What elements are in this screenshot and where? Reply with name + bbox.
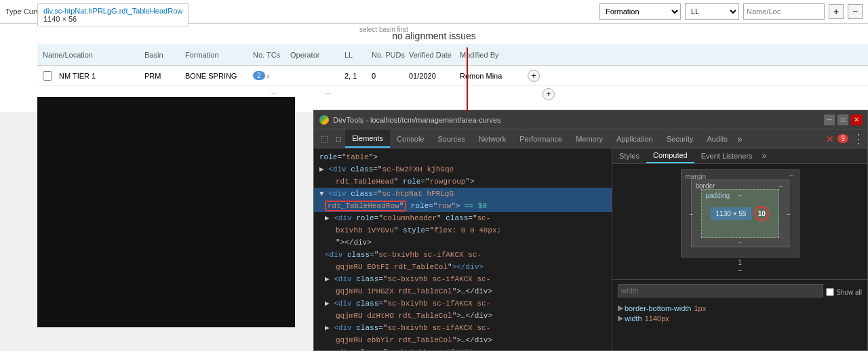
maximize-button[interactable]: □: [837, 115, 848, 125]
css-prop-width[interactable]: ▶ width 1140px: [618, 313, 862, 323]
code-line-12: gqjmRU iPHGZX rdt_TableCol">…</div>: [314, 285, 612, 297]
row-puds: 0: [372, 72, 409, 80]
col-header-verified: Verified Date: [409, 51, 460, 59]
margin-dash: –: [789, 171, 793, 179]
tcs-arrow: ›: [267, 72, 270, 80]
code-line-3: rdt_TableHead" role="rowgroup">: [314, 176, 612, 188]
right-panel: Styles Computed Event Listeners » margin…: [612, 148, 867, 350]
error-icon: ✕: [826, 133, 834, 144]
row-checkbox[interactable]: [43, 71, 59, 81]
tab-audits[interactable]: Audits: [700, 129, 734, 148]
tab-memory[interactable]: Memory: [569, 129, 610, 148]
code-line-11[interactable]: ▶ <div class="sc-bxivhb sc-ifAKCX sc-: [314, 273, 612, 285]
col-header-operator: Operator: [290, 51, 344, 59]
row-add-btn[interactable]: +: [528, 70, 544, 82]
border-dash: –: [779, 182, 783, 190]
tab-console[interactable]: Console: [390, 129, 431, 148]
prop-val-2: 1140px: [645, 314, 669, 323]
code-line-10: gqjmRU EOtFI rdt_TableCol"></div>: [314, 261, 612, 273]
row-name: NM TIER 1: [59, 72, 144, 80]
table-header: Name/Location Basin Formation No. TCs Op…: [37, 44, 868, 66]
padding-right: –: [787, 210, 791, 218]
tab-sources[interactable]: Sources: [431, 129, 471, 148]
col-header-puds: No. PUDs: [372, 51, 409, 59]
chrome-favicon: [319, 115, 329, 125]
right-tabs: Styles Computed Event Listeners »: [612, 148, 867, 164]
css-filter-input[interactable]: [618, 284, 823, 297]
code-line-5[interactable]: rdt_TableHeadRow" role="row"> == $0: [314, 200, 612, 212]
row-verified: 01/2020: [409, 72, 460, 80]
tab-application[interactable]: Application: [610, 129, 660, 148]
nameloc-input[interactable]: [743, 3, 825, 20]
devtools-titlebar: DevTools - localhost/tcm/management/area…: [314, 110, 867, 129]
row-dots-2: --: [326, 88, 330, 96]
col-header-modified: Modified By: [460, 51, 528, 59]
code-line-15[interactable]: ▶ <div class="sc-bxivhb sc-ifAKCX sc-: [314, 322, 612, 334]
row-basin: PRM: [144, 72, 185, 80]
tab-security[interactable]: Security: [660, 129, 701, 148]
row-modified: Remon Mina: [460, 72, 528, 80]
code-line-16: gqjmRU ebbYlr rdt_TableCol">…</div>: [314, 334, 612, 346]
minus-button[interactable]: −: [848, 4, 863, 19]
add-button[interactable]: +: [829, 4, 844, 19]
code-line-9[interactable]: <div class="sc-bxivhb sc-ifAKCX sc-: [314, 249, 612, 261]
black-panel: [37, 97, 295, 327]
code-line-2[interactable]: ▶ <div class="sc-bwzFXH kjhGqe: [314, 163, 612, 176]
tabs-more-icon[interactable]: »: [734, 133, 745, 144]
padding-top: –: [738, 191, 742, 199]
error-badge-area: ✕ 9: [826, 133, 848, 144]
code-line-8: "></div>: [314, 236, 612, 249]
devtools-window: DevTools - localhost/tcm/management/area…: [313, 110, 868, 351]
ll-select[interactable]: LL: [685, 3, 739, 20]
show-all-label: Show all: [836, 289, 862, 296]
tooltip-size: 1140 × 56: [43, 15, 77, 23]
tab-elements[interactable]: Elements: [345, 129, 390, 148]
window-buttons: ─ □ ✕: [824, 115, 862, 125]
row-tcs: 2 ›: [253, 71, 290, 80]
prop-arrow-1[interactable]: ▶: [618, 304, 623, 312]
minimize-button[interactable]: ─: [824, 115, 835, 125]
box-model-section: margin – border – padding – – 1130 × 55: [612, 164, 867, 279]
code-line-4[interactable]: ▼ <div class="sc-htpNat hPRLgG: [314, 188, 612, 200]
col-header-name: Name/Location: [43, 51, 144, 59]
main-app: Type Curves List Formation LL + − div.sc…: [0, 0, 868, 112]
show-all-checkbox[interactable]: Show all: [826, 288, 862, 296]
no-alignment-label: no alignment issues: [392, 30, 476, 41]
code-line-14: gqjmRU dzHtHO rdt_TableCol">…</div>: [314, 310, 612, 322]
tab-performance[interactable]: Performance: [513, 129, 569, 148]
devtools-tabs: ⬚ □ Elements Console Sources Network Per…: [314, 129, 867, 148]
col-header-basin: Basin: [144, 51, 185, 59]
css-prop-border-bottom-width[interactable]: ▶ border-bottom-width 1px: [618, 303, 862, 313]
box-padding-layer: padding – – 1130 × 55 10 –: [701, 189, 779, 238]
formation-select[interactable]: Formation: [599, 3, 681, 20]
devtools-menu-icon[interactable]: ⋮: [852, 131, 865, 146]
right-tab-computed[interactable]: Computed: [646, 148, 694, 163]
devtools-mobile-icon[interactable]: □: [332, 131, 345, 146]
right-tab-event-listeners[interactable]: Event Listeners: [694, 148, 760, 163]
col-header-formation: Formation: [185, 51, 253, 59]
bottom-dash-2: –: [618, 266, 862, 274]
devtools-body: role="table"> ▶ <div class="sc-bwzFXH kj…: [314, 148, 867, 350]
code-line-17[interactable]: ▶ <div class="sc-bxivhb sc-ifAKCX sc-: [314, 346, 612, 350]
right-tab-styles[interactable]: Styles: [612, 148, 646, 163]
right-tabs-more[interactable]: »: [760, 148, 770, 163]
devtools-title: DevTools - localhost/tcm/management/area…: [333, 116, 824, 124]
box-model: margin – border – padding – – 1130 × 55: [681, 169, 800, 257]
devtools-picker-icon[interactable]: ⬚: [317, 131, 332, 146]
padding-value-circle: 10: [754, 206, 769, 221]
col-header-tcs: No. TCs: [253, 51, 290, 59]
code-line-7: bxivhb iVYGvu" style="flex: 0 0 48px;: [314, 224, 612, 236]
highlight-class: rdt_TableHeadRow": [325, 201, 406, 211]
error-count: 9: [837, 134, 848, 143]
prop-arrow-2[interactable]: ▶: [618, 314, 623, 323]
red-line: [467, 47, 468, 112]
row-add-btn-2[interactable]: +: [542, 88, 555, 100]
tab-network[interactable]: Network: [472, 129, 513, 148]
code-line-13[interactable]: ▶ <div class="sc-bxivhb sc-ifAKCX sc-: [314, 297, 612, 310]
tcs-badge: 2: [253, 71, 265, 80]
code-line-6[interactable]: ▶ <div role="columnheader" class="sc-: [314, 212, 612, 224]
table-row[interactable]: NM TIER 1 PRM BONE SPRING 2 › 2, 1 0 01/…: [37, 66, 868, 86]
row-ll: 2, 1: [344, 72, 372, 80]
close-button[interactable]: ✕: [851, 115, 862, 125]
code-line-1: role="table">: [314, 151, 612, 163]
